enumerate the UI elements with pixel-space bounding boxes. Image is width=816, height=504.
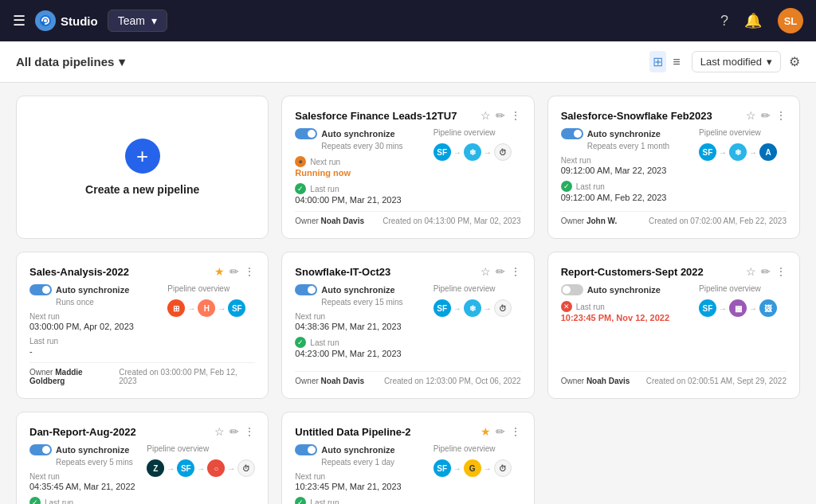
edit-icon[interactable]: ✏ bbox=[761, 265, 771, 278]
edit-icon[interactable]: ✏ bbox=[496, 425, 505, 438]
last-run-row: ✓ Last run 04:30:45 AM, Mar 21, 2022 bbox=[29, 497, 139, 504]
next-run-row: Next run 09:12:00 AM, Mar 22, 2023 bbox=[561, 156, 691, 175]
last-run-label: Last run bbox=[310, 498, 339, 505]
pipeline-card[interactable]: Dan-Report-Aug-2022 ☆ ✏ ⋮ Auto synchroni… bbox=[16, 412, 269, 504]
card-body: Auto synchronize Repeats every 1 day Nex… bbox=[295, 444, 520, 504]
pipeline-card[interactable]: Snowflake-IT-Oct23 ☆ ✏ ⋮ Auto synchroniz… bbox=[281, 252, 534, 399]
star-icon[interactable]: ☆ bbox=[481, 109, 491, 122]
last-run-label: Last run bbox=[310, 185, 339, 193]
star-icon[interactable]: ☆ bbox=[746, 265, 756, 278]
more-icon[interactable]: ⋮ bbox=[244, 425, 255, 438]
card-header: Salesforce-Snowflake Feb2023 ☆ ✏ ⋮ bbox=[561, 109, 787, 122]
pipeline-card[interactable]: Salesforce-Snowflake Feb2023 ☆ ✏ ⋮ Auto … bbox=[547, 96, 800, 239]
last-run-row: ✓ Last run 09:12:00 AM, Feb 22, 2023 bbox=[561, 181, 691, 202]
settings-icon[interactable]: ⚙ bbox=[789, 54, 800, 69]
last-run-value: 10:23:45 PM, Nov 12, 2022 bbox=[561, 313, 691, 322]
page-title[interactable]: All data pipelines ▾ bbox=[16, 55, 125, 69]
card-footer: Owner John W. Created on 07:02:00 AM, Fe… bbox=[561, 211, 787, 225]
more-icon[interactable]: ⋮ bbox=[510, 425, 521, 438]
more-icon[interactable]: ⋮ bbox=[510, 265, 521, 278]
sync-label: Auto synchronize bbox=[587, 285, 661, 295]
bell-icon[interactable]: 🔔 bbox=[744, 12, 762, 29]
edit-icon[interactable]: ✏ bbox=[496, 109, 505, 122]
card-header: Sales-Analysis-2022 ★ ✏ ⋮ bbox=[29, 265, 255, 278]
last-run-row: ✓ Last run 10:23:45 PM, Mar 20, 2023 bbox=[295, 497, 425, 504]
edit-icon[interactable]: ✏ bbox=[230, 265, 239, 278]
star-icon[interactable]: ☆ bbox=[214, 425, 225, 438]
card-title: Salesforce Finance Leads-12TU7 bbox=[295, 110, 475, 122]
overview-label: Pipeline overview bbox=[434, 284, 496, 293]
sync-toggle-row: Auto synchronize bbox=[29, 284, 159, 295]
next-run-label: Next run bbox=[29, 312, 60, 321]
more-icon[interactable]: ⋮ bbox=[244, 265, 255, 278]
auto-sync-toggle[interactable] bbox=[29, 444, 52, 455]
edit-icon[interactable]: ✏ bbox=[230, 425, 239, 438]
card-title: Snowflake-IT-Oct23 bbox=[295, 266, 475, 278]
pipeline-card[interactable]: Report-Customers-Sept 2022 ☆ ✏ ⋮ Auto sy… bbox=[547, 252, 800, 399]
pipeline-card[interactable]: Salesforce Finance Leads-12TU7 ☆ ✏ ⋮ Aut… bbox=[281, 96, 534, 239]
pipeline-arrow: → bbox=[749, 148, 757, 157]
pipeline-arrow: → bbox=[167, 464, 175, 473]
auto-sync-toggle[interactable] bbox=[295, 128, 317, 139]
pipeline-card[interactable]: Untitled Data Pipeline-2 ★ ✏ ⋮ Auto sync… bbox=[281, 412, 534, 504]
chevron-down-icon: ▾ bbox=[151, 14, 157, 27]
edit-icon[interactable]: ✏ bbox=[761, 109, 771, 122]
auto-sync-toggle[interactable] bbox=[561, 284, 583, 295]
card-actions: ☆ ✏ ⋮ bbox=[746, 109, 787, 122]
pipeline-arrow: → bbox=[719, 304, 727, 313]
runs-label: Repeats every 1 month bbox=[587, 142, 691, 150]
star-icon[interactable]: ★ bbox=[214, 265, 225, 278]
pipeline-icons: SF→❄→A bbox=[699, 143, 777, 161]
edit-icon[interactable]: ✏ bbox=[496, 265, 505, 278]
pipeline-icons: ⊞→H→SF bbox=[167, 299, 245, 317]
pipeline-overview: Pipeline overview SF→❄→⏱ bbox=[434, 128, 521, 205]
auto-sync-toggle[interactable] bbox=[295, 444, 317, 455]
pipeline-grid: + Create a new pipeline Salesforce Finan… bbox=[0, 83, 816, 504]
more-icon[interactable]: ⋮ bbox=[775, 265, 787, 278]
more-icon[interactable]: ⋮ bbox=[510, 109, 521, 122]
card-actions: ☆ ✏ ⋮ bbox=[214, 425, 255, 438]
pipeline-icon-image: 🖼 bbox=[759, 299, 777, 317]
status-ok: ✓ bbox=[295, 497, 306, 504]
hamburger-icon[interactable]: ☰ bbox=[13, 12, 26, 29]
grid-view-button[interactable]: ⊞ bbox=[649, 51, 666, 72]
avatar[interactable]: SL bbox=[778, 8, 803, 33]
overview-label: Pipeline overview bbox=[167, 284, 230, 293]
overview-label: Pipeline overview bbox=[147, 444, 209, 453]
pipeline-icon-amex: A bbox=[759, 143, 777, 161]
auto-sync-toggle[interactable] bbox=[561, 128, 583, 139]
sync-toggle-row: Auto synchronize bbox=[295, 128, 425, 139]
sync-label: Auto synchronize bbox=[321, 285, 394, 295]
pipeline-arrow: → bbox=[227, 464, 235, 473]
pipeline-arrow: → bbox=[197, 464, 205, 473]
team-selector[interactable]: Team ▾ bbox=[108, 10, 167, 32]
auto-sync-toggle[interactable] bbox=[295, 284, 317, 295]
star-icon[interactable]: ☆ bbox=[481, 265, 491, 278]
create-pipeline-card[interactable]: + Create a new pipeline bbox=[16, 96, 269, 239]
last-run-value: 09:12:00 AM, Feb 22, 2023 bbox=[561, 193, 691, 202]
pipeline-arrow: → bbox=[218, 304, 226, 313]
list-view-button[interactable]: ≡ bbox=[669, 51, 683, 72]
star-icon[interactable]: ☆ bbox=[746, 109, 756, 122]
sort-select[interactable]: Last modified ▾ bbox=[692, 51, 781, 72]
overview-label: Pipeline overview bbox=[699, 128, 761, 137]
sync-toggle-row: Auto synchronize bbox=[295, 444, 425, 455]
card-header: Untitled Data Pipeline-2 ★ ✏ ⋮ bbox=[295, 425, 520, 438]
pipeline-card[interactable]: Sales-Analysis-2022 ★ ✏ ⋮ Auto synchroni… bbox=[16, 252, 269, 399]
sync-toggle-row: Auto synchronize bbox=[295, 284, 425, 295]
pipeline-icon-salesforce: SF bbox=[177, 459, 194, 477]
card-footer: Owner Noah Davis Created on 12:03:00 PM,… bbox=[295, 371, 520, 385]
star-icon[interactable]: ★ bbox=[481, 425, 491, 438]
auto-sync-toggle[interactable] bbox=[29, 284, 52, 295]
pipeline-arrow: → bbox=[484, 304, 492, 313]
created-text: Created on 02:00:51 AM, Sept 29, 2022 bbox=[646, 377, 787, 385]
created-text: Created on 03:00:00 PM, Feb 12, 2023 bbox=[119, 368, 255, 385]
card-body: Auto synchronize Repeats every 30 mins ●… bbox=[295, 128, 520, 205]
more-icon[interactable]: ⋮ bbox=[775, 109, 787, 122]
card-info: Auto synchronize Repeats every 30 mins ●… bbox=[295, 128, 425, 205]
card-header: Salesforce Finance Leads-12TU7 ☆ ✏ ⋮ bbox=[295, 109, 520, 122]
page-header-actions: ⊞ ≡ Last modified ▾ ⚙ bbox=[649, 51, 800, 72]
card-header: Report-Customers-Sept 2022 ☆ ✏ ⋮ bbox=[561, 265, 787, 278]
pipeline-icon-salesforce: SF bbox=[699, 143, 716, 161]
help-icon[interactable]: ? bbox=[720, 13, 728, 29]
